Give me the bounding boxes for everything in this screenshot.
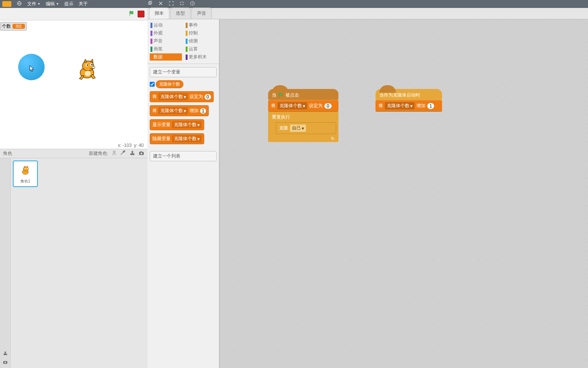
menu-edit[interactable]: 编辑▼ [46, 1, 59, 7]
block-when-clone-starts[interactable]: 当作为克隆体启动时 [375, 89, 442, 100]
sprite-thumbnail[interactable]: 角色1 [13, 161, 38, 187]
svg-rect-22 [3, 354, 7, 355]
block-when-flag-clicked[interactable]: 当 被点击 [268, 89, 338, 100]
stage-header [0, 8, 147, 20]
scratch-logo[interactable] [2, 1, 11, 7]
svg-rect-18 [130, 153, 135, 155]
block-change-variable[interactable]: 将克隆体个数▾增加1 [150, 105, 209, 116]
toolbar: 文件▼ 编辑▼ 提示 关于 ? [0, 0, 588, 8]
paint-icon[interactable] [120, 150, 126, 157]
category-sensing[interactable]: 侦测 [185, 37, 217, 45]
svg-point-24 [4, 362, 6, 363]
block-set-var-0[interactable]: 将克隆体个数▾设定为0 [268, 100, 338, 112]
cat-sprite[interactable] [76, 59, 98, 81]
library-icon[interactable] [111, 150, 117, 157]
tab-sounds[interactable]: 声音 [191, 8, 212, 19]
green-flag-icon[interactable] [129, 10, 135, 18]
menu-about[interactable]: 关于 [79, 1, 88, 7]
camera-icon[interactable] [138, 150, 144, 157]
var-monitor-value: 301 [12, 24, 25, 29]
delete-icon[interactable] [158, 1, 163, 7]
cat-icon [20, 166, 31, 176]
variable-monitor[interactable]: 个数 301 [0, 22, 27, 31]
category-operators[interactable]: 运算 [185, 45, 217, 53]
category-sound[interactable]: 声音 [150, 37, 182, 45]
svg-rect-4 [149, 1, 152, 4]
strip-camera-icon[interactable] [3, 359, 8, 366]
category-events[interactable]: 事件 [185, 22, 217, 29]
cursor-icon [29, 65, 35, 73]
script-when-clone[interactable]: 当作为克隆体启动时 将克隆体个数▾增加1 [375, 89, 442, 112]
tabs: 脚本 造型 声音 [147, 8, 588, 19]
globe-icon[interactable] [17, 1, 22, 7]
block-forever[interactable]: 重复执行 克隆自己▾ [268, 112, 338, 142]
tab-scripts[interactable]: 脚本 [149, 8, 169, 19]
svg-text:?: ? [192, 2, 193, 5]
scripts-canvas[interactable]: 当 被点击 将克隆体个数▾设定为0 重复执行 克隆自己▾ [219, 19, 588, 368]
svg-point-16 [85, 71, 91, 76]
sprite-list: 角色1 [11, 158, 147, 368]
block-hide-variable[interactable]: 隐藏变量克隆体个数▾ [150, 133, 204, 144]
help-icon[interactable]: ? [190, 1, 195, 7]
block-clone-self[interactable]: 克隆自己▾ [276, 122, 336, 134]
shrink-icon[interactable] [179, 1, 185, 7]
duplicate-icon[interactable] [147, 1, 153, 7]
stop-icon[interactable] [138, 11, 144, 17]
make-variable-button[interactable]: 建立一个变量 [150, 67, 217, 77]
svg-rect-3 [149, 2, 151, 5]
svg-point-20 [141, 153, 143, 154]
svg-point-14 [91, 64, 93, 65]
category-more[interactable]: 更多积木 [185, 53, 217, 61]
stage[interactable]: 个数 301 [0, 20, 147, 149]
grow-icon[interactable] [169, 1, 174, 7]
block-show-variable[interactable]: 显示变量克隆体个数▾ [150, 119, 204, 130]
svg-rect-21 [140, 151, 141, 152]
menu-tips[interactable]: 提示 [64, 1, 73, 7]
block-palette: 运动 事件 外观 控制 声音 侦测 画笔 运算 数据 更多积木 建立一个变量 克… [147, 19, 219, 368]
svg-point-17 [113, 151, 115, 153]
sprite-name: 角色1 [20, 179, 30, 184]
stage-coordinates: x: -103 y: 40 [118, 143, 144, 148]
strip-upload-icon[interactable] [3, 351, 8, 357]
svg-point-15 [92, 66, 95, 69]
sprite-header: 角色 新建角色: [0, 149, 147, 158]
tab-costumes[interactable]: 造型 [170, 8, 191, 19]
category-motion[interactable]: 运动 [150, 22, 182, 29]
upload-icon[interactable] [129, 150, 135, 157]
sprites-label: 角色 [3, 150, 12, 157]
block-change-var-1[interactable]: 将克隆体个数▾增加1 [375, 100, 442, 112]
script-when-flag[interactable]: 当 被点击 将克隆体个数▾设定为0 重复执行 克隆自己▾ [268, 89, 338, 142]
category-data[interactable]: 数据 [150, 53, 182, 61]
svg-point-12 [87, 64, 88, 66]
var-checkbox[interactable] [150, 82, 155, 87]
block-set-variable[interactable]: 将克隆体个数▾设定为0 [150, 91, 214, 102]
stage-thumbnail-strip [0, 158, 11, 368]
var-monitor-name: 个数 [2, 23, 11, 30]
category-pen[interactable]: 画笔 [150, 45, 182, 53]
menu-file[interactable]: 文件▼ [27, 1, 40, 7]
new-sprite-label: 新建角色: [89, 150, 108, 157]
category-control[interactable]: 控制 [185, 30, 217, 37]
make-list-button[interactable]: 建立一个列表 [150, 151, 217, 161]
variable-reporter[interactable]: 克隆体个数 [156, 80, 183, 88]
category-looks[interactable]: 外观 [150, 30, 182, 37]
